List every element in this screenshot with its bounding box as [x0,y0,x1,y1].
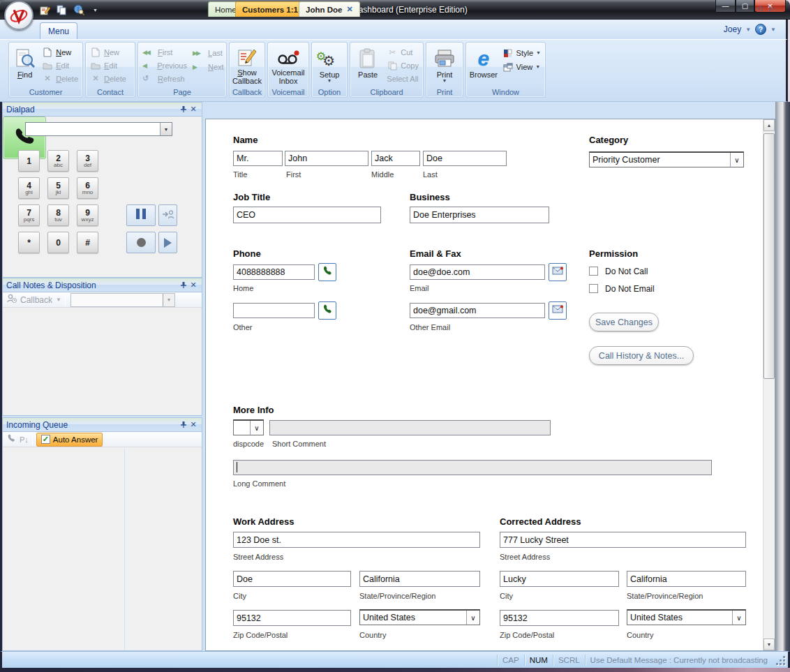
copy-button[interactable]: Copy [384,59,422,73]
customer-new-button[interactable]: New [39,46,81,59]
work-country-select[interactable]: United States ∨ [359,609,480,625]
vertical-scrollbar[interactable]: ▲ ▼ [763,119,775,650]
page-previous-button[interactable]: ◀ Previous [140,59,190,73]
dispcode-dropdown-icon[interactable]: ∨ [250,421,263,435]
callback-button[interactable]: Callback [20,295,52,305]
callback-dropdown-icon[interactable]: ▼ [56,297,61,303]
record-button[interactable] [126,232,156,253]
close-panel-icon[interactable]: ✕ [188,281,198,290]
dialpad-key-9[interactable]: 9wxyz [77,204,98,226]
page-next-button[interactable]: ▶ Next [190,60,227,74]
work-zip-field[interactable] [233,610,351,626]
do-not-call-checkbox[interactable] [589,267,598,276]
work-country-dropdown-icon[interactable]: ∨ [466,611,479,625]
qat-dropdown-icon[interactable]: ▼ [89,4,101,16]
page-last-button[interactable]: ▶▶ Last [190,46,227,60]
dial-combo-arrow-icon[interactable]: ▼ [160,123,172,135]
transfer-button[interactable] [158,204,177,226]
first-name-field[interactable] [285,151,368,166]
pin-icon[interactable] [179,105,188,114]
customer-edit-button[interactable]: Edit [39,59,81,73]
dial-home-button[interactable] [318,263,336,281]
paste-button[interactable]: Paste [352,45,384,85]
business-field[interactable] [410,207,549,223]
do-not-email-checkbox[interactable] [589,284,598,293]
disposition-combo-arrow-icon[interactable]: ▼ [163,294,174,306]
tab-close-icon[interactable]: ✕ [346,5,352,14]
style-button[interactable]: Style ▼ [500,46,544,60]
send-email-button[interactable] [549,263,567,281]
dial-number-combobox[interactable]: ▼ [25,122,172,136]
call-history-notes-button[interactable]: Call History & Notes... [589,346,694,365]
auto-answer-checkbox[interactable]: ✓ [41,435,50,444]
dialpad-key-2[interactable]: 2abc [47,150,69,172]
web-search-icon[interactable] [73,4,84,16]
last-name-field[interactable] [423,151,507,166]
auto-answer-toggle[interactable]: ✓ Auto Answer [36,433,103,447]
other-phone-field[interactable] [233,303,315,318]
other-email-field[interactable] [410,303,545,318]
voicemail-inbox-button[interactable]: Voicemail Inbox [269,45,307,85]
view-button[interactable]: View ▼ [500,60,544,74]
dialpad-key-4[interactable]: 4ghi [18,177,40,199]
pause-button[interactable] [126,204,156,226]
edit-note-icon[interactable] [39,4,51,16]
dialpad-key-0[interactable]: 0 [47,232,69,253]
dialpad-key-7[interactable]: 7pqrs [18,204,40,226]
resize-grip[interactable] [776,656,785,665]
home-phone-field[interactable] [233,264,315,280]
minimize-button[interactable]: — [715,0,736,13]
customer-delete-button[interactable]: ✕ Delete [39,72,81,85]
middle-name-field[interactable] [371,151,420,166]
scroll-up-button[interactable]: ▲ [763,119,775,131]
email-field[interactable] [410,264,545,280]
tab-john-doe[interactable]: John Doe ✕ [299,1,360,17]
work-street-field[interactable] [233,532,480,548]
print-button[interactable]: Print ▼ [428,45,461,85]
page-refresh-button[interactable]: ↺ Refresh [140,72,190,85]
cut-button[interactable]: ✂ Cut [384,46,422,59]
show-callback-button[interactable]: Show Callback [231,45,263,85]
dialpad-key-5[interactable]: 5jkl [47,177,69,199]
save-changes-button[interactable]: Save Changes [589,313,659,331]
park-queue-icon[interactable]: P↓ [20,435,29,444]
disposition-combobox[interactable]: ▼ [70,293,175,307]
user-dropdown-icon[interactable]: ▼ [745,27,751,33]
dispcode-select[interactable]: ∨ [233,419,264,435]
dialpad-key-6[interactable]: 6mno [77,177,98,199]
work-state-field[interactable] [359,571,480,587]
dial-other-button[interactable] [318,301,336,320]
contact-new-button[interactable]: New [87,46,133,59]
dialpad-key-8[interactable]: 8tuv [47,204,69,226]
user-menu[interactable]: Joey [724,24,741,34]
tab-scroll-left-icon[interactable]: ◁ [757,4,762,12]
corrected-country-dropdown-icon[interactable]: ∨ [732,611,745,625]
scroll-down-button[interactable]: ▼ [763,639,775,650]
select-all-button[interactable]: Select All [384,72,422,85]
dialpad-key-star[interactable]: * [18,232,40,253]
help-dropdown-icon[interactable]: ▼ [770,27,776,33]
work-city-field[interactable] [233,571,351,587]
dialpad-key-1[interactable]: 1 [18,150,40,172]
tab-scroll-right-icon[interactable]: ▷ [769,4,775,12]
corrected-city-field[interactable] [500,571,619,587]
corrected-street-field[interactable] [500,532,746,548]
category-select[interactable]: Priority Customer ∨ [589,151,744,167]
help-icon[interactable]: ? [755,24,766,35]
setup-button[interactable]: ⚙ ⚙ Setup ▼ [313,45,345,85]
voicent-logo[interactable] [4,1,33,30]
contact-delete-button[interactable]: ✕ Delete [87,72,133,85]
contact-edit-button[interactable]: Edit [87,59,133,73]
pin-icon[interactable] [179,281,188,290]
tab-menu[interactable]: Menu [40,22,77,39]
corrected-state-field[interactable] [627,571,746,587]
page-first-button[interactable]: ◀◀ First [140,46,190,59]
scrollbar-thumb[interactable] [763,133,775,379]
maximize-button[interactable]: ▢ [736,0,754,13]
dialpad-key-3[interactable]: 3def [77,150,98,172]
corrected-zip-field[interactable] [500,610,619,626]
corrected-country-select[interactable]: United States ∨ [627,609,746,625]
close-panel-icon[interactable]: ✕ [188,105,198,114]
copy-icon[interactable] [56,4,68,16]
find-button[interactable]: Find [10,45,39,85]
